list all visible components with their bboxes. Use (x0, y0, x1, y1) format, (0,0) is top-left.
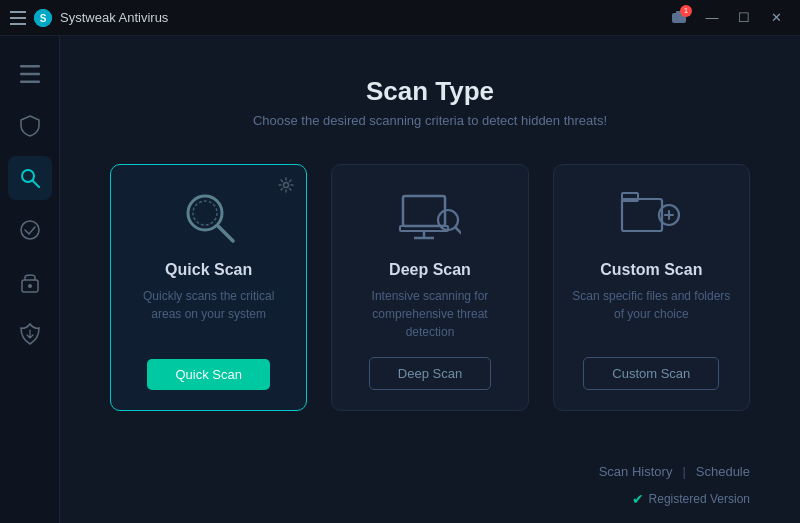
svg-rect-0 (10, 11, 26, 13)
quick-scan-desc: Quickly scans the critical areas on your… (127, 287, 290, 343)
svg-rect-2 (10, 23, 26, 25)
svg-rect-9 (20, 81, 40, 84)
custom-scan-icon (619, 185, 683, 249)
sidebar (0, 36, 60, 523)
quick-scan-card[interactable]: Quick Scan Quickly scans the critical ar… (110, 164, 307, 411)
sidebar-item-menu[interactable] (8, 52, 52, 96)
deep-scan-title: Deep Scan (389, 261, 471, 279)
svg-rect-8 (20, 73, 40, 76)
scan-cards-container: Quick Scan Quickly scans the critical ar… (110, 164, 750, 411)
deep-scan-icon (398, 185, 462, 249)
schedule-link[interactable]: Schedule (696, 464, 750, 479)
page-header: Scan Type Choose the desired scanning cr… (110, 76, 750, 128)
svg-line-24 (456, 228, 461, 234)
sidebar-item-scan[interactable] (8, 156, 52, 200)
app-title: Systweak Antivirus (60, 10, 168, 25)
svg-text:S: S (40, 13, 47, 24)
sidebar-item-shield[interactable] (8, 104, 52, 148)
main-layout: Scan Type Choose the desired scanning cr… (0, 36, 800, 523)
scan-history-link[interactable]: Scan History (599, 464, 673, 479)
custom-scan-card[interactable]: Custom Scan Scan specific files and fold… (553, 164, 750, 411)
registered-icon: ✔ (632, 491, 644, 507)
svg-line-11 (33, 181, 39, 187)
registered-version-label: Registered Version (649, 492, 750, 506)
quick-scan-icon (177, 185, 241, 249)
svg-line-17 (218, 226, 233, 241)
notification-badge[interactable]: 1 (670, 9, 688, 27)
svg-point-14 (28, 284, 32, 288)
svg-point-15 (284, 183, 289, 188)
svg-point-12 (21, 221, 39, 239)
sidebar-item-check[interactable] (8, 208, 52, 252)
title-bar-controls: 1 — ☐ ✕ (670, 8, 790, 28)
svg-rect-7 (20, 65, 40, 68)
deep-scan-desc: Intensive scanning for comprehensive thr… (348, 287, 511, 341)
deep-scan-card[interactable]: Deep Scan Intensive scanning for compreh… (331, 164, 528, 411)
deep-scan-button[interactable]: Deep Scan (369, 357, 491, 390)
title-bar: S Systweak Antivirus 1 — ☐ ✕ (0, 0, 800, 36)
footer-divider: | (682, 464, 685, 479)
close-button[interactable]: ✕ (762, 8, 790, 28)
page-title: Scan Type (110, 76, 750, 107)
sidebar-item-privacy[interactable] (8, 260, 52, 304)
sidebar-item-boost[interactable] (8, 312, 52, 356)
svg-rect-1 (10, 17, 26, 19)
svg-point-18 (193, 201, 217, 225)
minimize-button[interactable]: — (698, 8, 726, 28)
content-area: Scan Type Choose the desired scanning cr… (60, 36, 800, 523)
settings-icon[interactable] (278, 177, 294, 193)
title-bar-left: S Systweak Antivirus (10, 9, 168, 27)
custom-scan-title: Custom Scan (600, 261, 702, 279)
quick-scan-title: Quick Scan (165, 261, 252, 279)
custom-scan-desc: Scan specific files and folders of your … (570, 287, 733, 341)
custom-scan-button[interactable]: Custom Scan (583, 357, 719, 390)
app-logo: S (34, 9, 52, 27)
menu-icon[interactable] (10, 11, 26, 25)
maximize-button[interactable]: ☐ (730, 8, 758, 28)
page-subtitle: Choose the desired scanning criteria to … (110, 113, 750, 128)
notification-count: 1 (680, 5, 692, 17)
svg-point-10 (22, 170, 34, 182)
quick-scan-button[interactable]: Quick Scan (147, 359, 269, 390)
svg-rect-25 (622, 199, 662, 231)
